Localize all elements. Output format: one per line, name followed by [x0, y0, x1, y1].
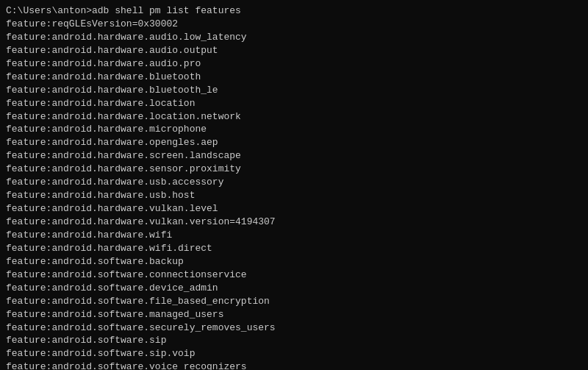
terminal-line: feature:android.hardware.location [6, 97, 582, 110]
terminal-line: feature:android.hardware.usb.host [6, 189, 582, 202]
terminal-line: feature:android.software.voice_recognize… [6, 360, 582, 370]
terminal-line: feature:android.hardware.microphone [6, 123, 582, 136]
terminal-line: feature:android.hardware.wifi [6, 229, 582, 242]
terminal-line: feature:android.hardware.audio.output [6, 44, 582, 57]
terminal-line: feature:android.software.sip.voip [6, 347, 582, 360]
terminal-line: feature:android.hardware.vulkan.version=… [6, 216, 582, 229]
terminal-line: feature:android.hardware.sensor.proximit… [6, 163, 582, 176]
terminal-line: feature:android.hardware.audio.pro [6, 57, 582, 71]
terminal-line: feature:android.hardware.wifi.direct [6, 242, 582, 255]
terminal-line: feature:android.hardware.screen.landscap… [6, 149, 582, 163]
terminal-line: C:\Users\anton>adb shell pm list feature… [6, 4, 582, 18]
terminal-line: feature:android.software.securely_remove… [6, 321, 582, 335]
terminal-line: feature:android.hardware.location.networ… [6, 110, 582, 124]
terminal-line: feature:android.software.sip [6, 334, 582, 347]
terminal-line: feature:android.software.connectionservi… [6, 268, 582, 282]
terminal-line: feature:android.hardware.vulkan.level [6, 202, 582, 216]
terminal-line: feature:reqGLEsVersion=0x30002 [6, 18, 582, 31]
terminal-line: feature:android.hardware.bluetooth_le [6, 84, 582, 97]
terminal-line: feature:android.software.managed_users [6, 308, 582, 321]
terminal-line: feature:android.hardware.bluetooth [6, 71, 582, 84]
terminal-line: feature:android.hardware.audio.low_laten… [6, 31, 582, 44]
terminal-window: C:\Users\anton>adb shell pm list feature… [0, 0, 588, 370]
terminal-line: feature:android.software.device_admin [6, 282, 582, 295]
terminal-line: feature:android.software.file_based_encr… [6, 295, 582, 308]
terminal-line: feature:android.hardware.usb.accessory [6, 176, 582, 189]
terminal-line: feature:android.hardware.opengles.aep [6, 136, 582, 149]
terminal-line: feature:android.software.backup [6, 255, 582, 268]
